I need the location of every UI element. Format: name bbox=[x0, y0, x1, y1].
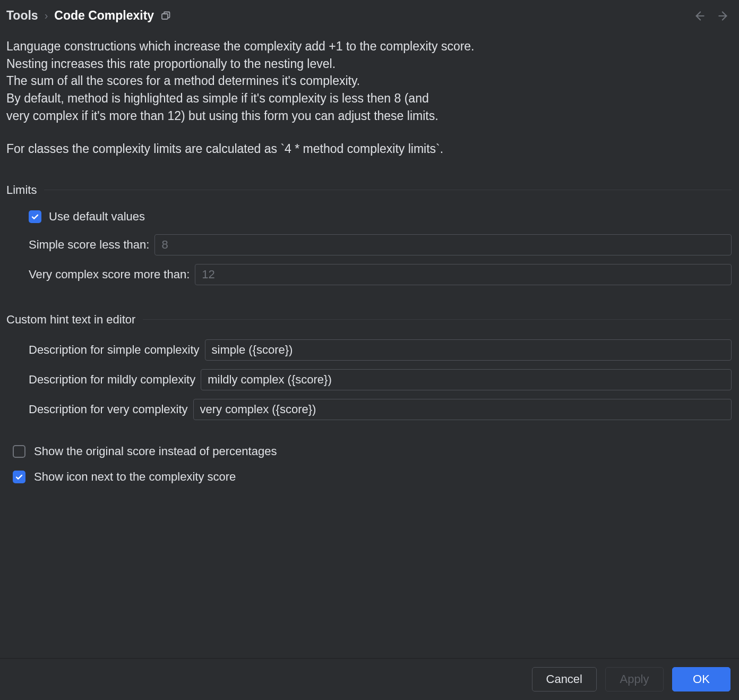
svg-rect-0 bbox=[162, 14, 168, 19]
description-line: For classes the complexity limits are ca… bbox=[6, 140, 732, 158]
very-complex-score-row: Very complex score more than: bbox=[29, 264, 732, 285]
description-line: Nesting increases this rate proportional… bbox=[6, 55, 732, 73]
forward-arrow-icon[interactable] bbox=[717, 9, 731, 23]
ok-button[interactable]: OK bbox=[672, 667, 731, 692]
show-original-score-option[interactable]: Show the original score instead of perce… bbox=[6, 445, 732, 458]
checkbox-label: Show the original score instead of perce… bbox=[34, 445, 277, 458]
very-desc-input[interactable] bbox=[193, 399, 732, 420]
section-divider bbox=[44, 190, 732, 190]
form-label: Simple score less than: bbox=[29, 238, 149, 252]
breadcrumb-parent[interactable]: Tools bbox=[6, 8, 38, 23]
checkbox-label: Use default values bbox=[49, 210, 145, 224]
checkbox-label: Show icon next to the complexity score bbox=[34, 470, 236, 484]
dialog-header: Tools › Code Complexity bbox=[0, 0, 739, 27]
description-text: Language constructions which increase th… bbox=[6, 38, 732, 158]
dialog-footer: Cancel Apply OK bbox=[0, 658, 739, 700]
apply-button[interactable]: Apply bbox=[605, 667, 664, 692]
window-restore-icon[interactable] bbox=[160, 11, 171, 21]
checkbox-checked-icon[interactable] bbox=[13, 471, 25, 483]
simple-desc-input[interactable] bbox=[205, 339, 732, 361]
section-title: Limits bbox=[6, 183, 37, 197]
form-label: Very complex score more than: bbox=[29, 268, 190, 281]
section-hints-header: Custom hint text in editor bbox=[6, 313, 732, 327]
show-icon-option[interactable]: Show icon next to the complexity score bbox=[6, 470, 732, 484]
breadcrumb: Tools › Code Complexity bbox=[6, 8, 687, 23]
very-complex-score-input[interactable] bbox=[195, 264, 732, 285]
description-line: very complex if it's more than 12) but u… bbox=[6, 107, 732, 125]
checkbox-checked-icon[interactable] bbox=[29, 210, 41, 223]
section-divider bbox=[143, 319, 732, 320]
mildly-desc-input[interactable] bbox=[201, 369, 732, 390]
description-line: By default, method is highlighted as sim… bbox=[6, 90, 732, 107]
description-line: Language constructions which increase th… bbox=[6, 38, 732, 55]
mildly-desc-row: Description for mildly complexity bbox=[29, 369, 732, 390]
simple-score-input[interactable] bbox=[154, 234, 732, 255]
simple-score-row: Simple score less than: bbox=[29, 234, 732, 255]
form-label: Description for mildly complexity bbox=[29, 373, 195, 387]
breadcrumb-current: Code Complexity bbox=[54, 8, 154, 23]
back-arrow-icon[interactable] bbox=[692, 9, 706, 23]
checkbox-unchecked-icon[interactable] bbox=[13, 445, 25, 458]
form-label: Description for simple complexity bbox=[29, 343, 200, 357]
description-line: The sum of all the scores for a method d… bbox=[6, 72, 732, 90]
chevron-right-icon: › bbox=[45, 10, 48, 22]
form-label: Description for very complexity bbox=[29, 403, 188, 416]
dialog-content: Language constructions which increase th… bbox=[0, 27, 739, 658]
section-limits-header: Limits bbox=[6, 183, 732, 197]
simple-desc-row: Description for simple complexity bbox=[29, 339, 732, 361]
cancel-button[interactable]: Cancel bbox=[532, 667, 597, 692]
section-title: Custom hint text in editor bbox=[6, 313, 135, 327]
very-desc-row: Description for very complexity bbox=[29, 399, 732, 420]
use-default-values-option[interactable]: Use default values bbox=[29, 210, 732, 224]
nav-arrows bbox=[692, 9, 731, 23]
